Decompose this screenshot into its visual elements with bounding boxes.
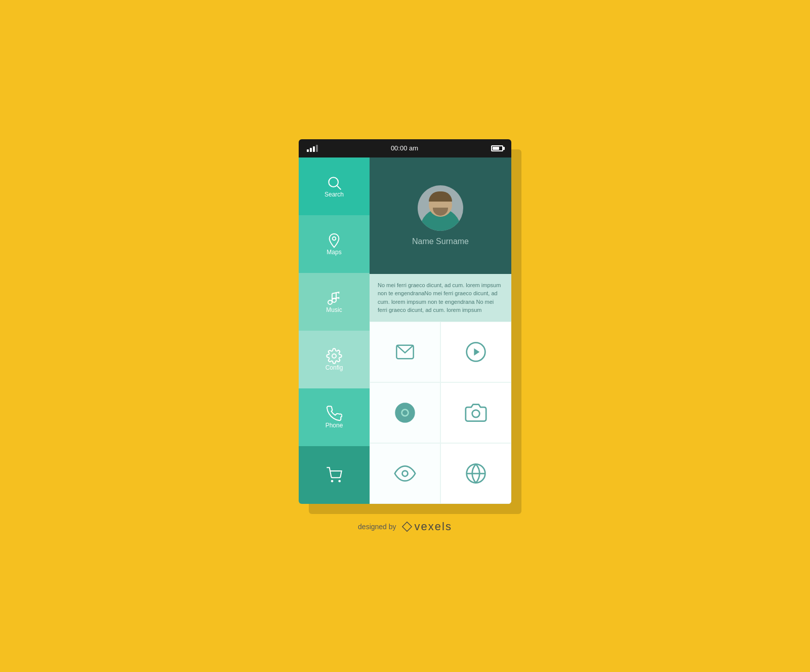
- svg-line-1: [337, 186, 341, 189]
- svg-point-8: [332, 480, 333, 482]
- signal-indicator: [307, 145, 318, 152]
- phone-wrapper: 00:00 am Search: [299, 139, 511, 533]
- signal-bar-2: [310, 148, 312, 152]
- sidebar-config-label: Config: [326, 364, 343, 371]
- signal-bar-1: [307, 149, 309, 152]
- mail-icon: [395, 342, 415, 362]
- sidebar-item-config[interactable]: Config: [299, 331, 370, 388]
- grid-cell-mail[interactable]: [370, 322, 440, 382]
- sidebar-search-label: Search: [325, 191, 344, 198]
- vexels-brand-text: vexels: [415, 520, 452, 533]
- sidebar-item-music[interactable]: Music: [299, 273, 370, 331]
- vexels-logo: vexels: [401, 520, 452, 533]
- play-icon: [465, 341, 487, 363]
- status-time: 00:00 am: [391, 144, 418, 152]
- grid-cell-disc[interactable]: [370, 382, 440, 443]
- sidebar-item-search[interactable]: Search: [299, 157, 370, 215]
- signal-bar-3: [313, 146, 315, 152]
- sidebar-music-label: Music: [326, 306, 342, 313]
- sidebar-item-maps[interactable]: Maps: [299, 215, 370, 273]
- bio-section: No mei ferri graeco dicunt, ad cum. lore…: [370, 274, 511, 322]
- sidebar-item-cart[interactable]: [299, 446, 370, 504]
- grid-cell-play[interactable]: [440, 322, 511, 382]
- eye-icon: [394, 462, 416, 485]
- svg-point-2: [333, 236, 336, 240]
- app-content: Search Maps: [299, 157, 511, 504]
- svg-point-5: [328, 300, 332, 304]
- grid-cell-camera[interactable]: [440, 382, 511, 443]
- svg-point-0: [329, 177, 338, 187]
- phone-icon: [326, 406, 342, 422]
- music-icon: [326, 290, 342, 306]
- sidebar: Search Maps: [299, 157, 370, 504]
- grid-cell-globe[interactable]: [440, 443, 511, 504]
- sidebar-phone-label: Phone: [326, 422, 343, 429]
- profile-section: Name Surname: [370, 157, 511, 274]
- svg-point-16: [472, 410, 480, 417]
- sidebar-item-phone[interactable]: Phone: [299, 388, 370, 446]
- branding: designed by vexels: [358, 520, 452, 533]
- signal-bar-4: [316, 145, 318, 152]
- svg-point-7: [332, 354, 336, 358]
- bio-text: No mei ferri graeco dicunt, ad cum. lore…: [378, 282, 501, 313]
- profile-name: Name Surname: [412, 237, 469, 246]
- avatar: [418, 185, 463, 231]
- icon-grid: [370, 322, 511, 504]
- main-area: Name Surname No mei ferri graeco dicunt,…: [370, 157, 511, 504]
- sidebar-maps-label: Maps: [327, 249, 341, 256]
- globe-icon: [465, 462, 487, 485]
- grid-cell-eye[interactable]: [370, 443, 440, 504]
- settings-icon: [326, 348, 342, 364]
- phone-frame: 00:00 am Search: [299, 139, 511, 504]
- designed-by-text: designed by: [358, 523, 396, 531]
- disc-icon: [394, 402, 416, 424]
- search-icon: [326, 175, 342, 191]
- battery-indicator: [491, 145, 503, 151]
- battery-icon: [491, 145, 503, 151]
- camera-icon: [465, 402, 487, 424]
- battery-fill: [493, 147, 499, 150]
- cart-icon: [326, 467, 342, 483]
- map-pin-icon: [326, 232, 342, 249]
- svg-marker-12: [474, 348, 479, 355]
- svg-point-9: [339, 480, 340, 482]
- avatar-hair: [429, 191, 452, 202]
- svg-marker-20: [402, 522, 411, 531]
- vexels-diamond-icon: [401, 521, 413, 532]
- svg-point-15: [403, 411, 407, 414]
- svg-point-17: [402, 470, 408, 476]
- status-bar: 00:00 am: [299, 139, 511, 157]
